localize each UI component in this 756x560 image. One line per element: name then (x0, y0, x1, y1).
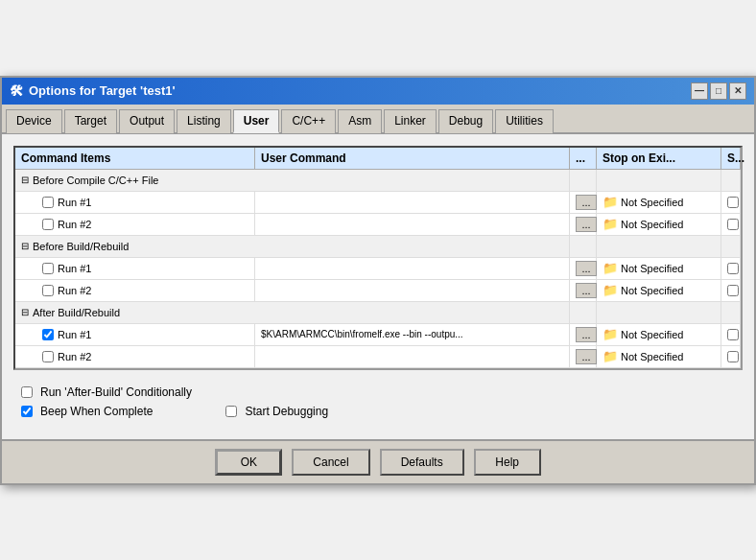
run1-not-specified-before-build: 📁 Not Specified (597, 258, 721, 279)
dialog-window: 🛠 Options for Target 'test1' — □ ✕ Devic… (0, 76, 756, 485)
run1-cmd-input-before-compile[interactable] (261, 197, 563, 208)
section-label-before-compile: ⊟ Before Compile C/C++ File (15, 173, 255, 188)
run1-ellipsis-before-build[interactable]: ... (570, 258, 597, 279)
run2-cmd-input-after-build[interactable] (261, 351, 563, 362)
run2-cmd-before-compile[interactable] (255, 214, 570, 235)
dialog-icon: 🛠 (10, 83, 23, 99)
run1-browse-btn-before-build[interactable]: ... (576, 261, 597, 276)
run1-cmd-after-build[interactable]: $K\ARM\ARMCC\bin\fromelf.exe --bin --out… (255, 324, 570, 345)
section-cmd-after-build (255, 302, 570, 323)
expand-icon-before-build[interactable]: ⊟ (21, 241, 29, 251)
maximize-button[interactable]: □ (710, 82, 727, 100)
folder-icon: 📁 (602, 261, 618, 275)
run2-checkbox-before-compile[interactable] (42, 219, 54, 230)
tab-utilities[interactable]: Utilities (495, 109, 554, 133)
tab-debug[interactable]: Debug (438, 109, 493, 133)
run1-stop-checkbox-before-build[interactable] (727, 263, 739, 274)
run1-stop-checkbox-before-compile[interactable] (727, 197, 739, 208)
run2-checkbox-after-build[interactable] (42, 351, 54, 362)
tab-content: Command Items User Command ... Stop on E… (2, 134, 754, 439)
col-header-command-items: Command Items (15, 148, 255, 169)
run1-browse-btn-before-compile[interactable]: ... (576, 195, 597, 210)
minimize-button[interactable]: — (691, 82, 708, 100)
section-title-before-build: Before Build/Rebuild (33, 241, 129, 252)
help-button[interactable]: Help (474, 449, 541, 476)
section-s-before-build (721, 236, 741, 257)
run2-ellipsis-before-build[interactable]: ... (570, 280, 597, 301)
section-cmd-before-build (255, 236, 570, 257)
section-cmd-before-compile (255, 170, 570, 191)
run1-cmd-text-after-build: $K\ARM\ARMCC\bin\fromelf.exe --bin --out… (261, 329, 463, 339)
expand-icon-after-build[interactable]: ⊟ (21, 307, 29, 317)
run1-stop-after-build[interactable] (721, 324, 741, 345)
run2-cmd-before-build[interactable] (255, 280, 570, 301)
run2-stop-checkbox-before-compile[interactable] (727, 219, 739, 230)
section-before-build: ⊟ Before Build/Rebuild (15, 236, 741, 258)
run1-ellipsis-before-compile[interactable]: ... (570, 192, 597, 213)
run1-checkbox-after-build[interactable] (42, 329, 54, 340)
run1-not-specified-after-build: 📁 Not Specified (597, 324, 721, 345)
run2-not-specified-after-build: 📁 Not Specified (597, 346, 721, 367)
folder-icon: 📁 (602, 195, 618, 209)
run2-browse-btn-before-build[interactable]: ... (576, 283, 597, 298)
table-row: Run #1 ... 📁 Not Specified (15, 258, 741, 280)
run2-label-before-compile: Run #2 (15, 214, 255, 235)
run-after-build-label: Run 'After-Build' Conditionally (40, 385, 192, 399)
run2-stop-checkbox-after-build[interactable] (727, 351, 739, 362)
run1-cmd-before-build[interactable] (255, 258, 570, 279)
table-row: Run #1 ... 📁 Not Specified (15, 192, 741, 214)
start-debugging-checkbox[interactable] (225, 406, 237, 417)
run1-cmd-input-before-build[interactable] (261, 263, 563, 274)
run-after-build-row: Run 'After-Build' Conditionally (21, 385, 735, 399)
run1-cmd-before-compile[interactable] (255, 192, 570, 213)
section-title-before-compile: Before Compile C/C++ File (33, 175, 158, 186)
section-label-before-build: ⊟ Before Build/Rebuild (15, 239, 255, 254)
run1-browse-btn-after-build[interactable]: ... (576, 327, 597, 342)
dialog-title: Options for Target 'test1' (29, 83, 176, 98)
run2-cmd-input-before-compile[interactable] (261, 219, 563, 230)
run1-stop-before-build[interactable] (721, 258, 741, 279)
tab-linker[interactable]: Linker (384, 109, 437, 133)
folder-icon: 📁 (602, 349, 618, 363)
run2-browse-btn-before-compile[interactable]: ... (576, 217, 597, 232)
close-button[interactable]: ✕ (729, 82, 746, 100)
run2-checkbox-before-build[interactable] (42, 285, 54, 296)
table-header-row: Command Items User Command ... Stop on E… (15, 148, 741, 170)
run2-ellipsis-after-build[interactable]: ... (570, 346, 597, 367)
tab-cpp[interactable]: C/C++ (281, 109, 336, 133)
run-after-build-checkbox[interactable] (21, 386, 33, 398)
section-stop-after-build (597, 302, 721, 323)
run2-ellipsis-before-compile[interactable]: ... (570, 214, 597, 235)
tab-asm[interactable]: Asm (338, 109, 382, 133)
run1-ellipsis-after-build[interactable]: ... (570, 324, 597, 345)
run1-stop-before-compile[interactable] (721, 192, 741, 213)
expand-icon-before-compile[interactable]: ⊟ (21, 175, 29, 185)
run1-checkbox-before-build[interactable] (42, 263, 54, 274)
run2-cmd-after-build[interactable] (255, 346, 570, 367)
tab-output[interactable]: Output (119, 109, 175, 133)
ok-button[interactable]: OK (215, 449, 282, 476)
tab-bar: Device Target Output Listing User C/C++ … (2, 105, 754, 134)
cancel-button[interactable]: Cancel (292, 449, 369, 476)
bottom-options: Run 'After-Build' Conditionally Beep Whe… (13, 382, 743, 428)
run2-cmd-input-before-build[interactable] (261, 285, 563, 296)
col-header-user-command: User Command (255, 148, 570, 169)
run1-checkbox-before-compile[interactable] (42, 197, 54, 208)
tab-device[interactable]: Device (6, 109, 62, 133)
tab-target[interactable]: Target (64, 109, 117, 133)
run2-stop-after-build[interactable] (721, 346, 741, 367)
run2-stop-before-build[interactable] (721, 280, 741, 301)
table-row: Run #2 ... 📁 Not Specified (15, 346, 741, 368)
run1-label-before-compile: Run #1 (15, 192, 255, 213)
beep-when-complete-checkbox[interactable] (21, 406, 33, 417)
commands-table: Command Items User Command ... Stop on E… (13, 146, 743, 370)
table-row: Run #2 ... 📁 Not Specified (15, 280, 741, 302)
tab-listing[interactable]: Listing (177, 109, 231, 133)
col-header-s: S... (721, 148, 741, 169)
run1-stop-checkbox-after-build[interactable] (727, 329, 739, 340)
run2-browse-btn-after-build[interactable]: ... (576, 349, 597, 364)
tab-user[interactable]: User (233, 109, 280, 133)
defaults-button[interactable]: Defaults (380, 449, 464, 476)
run2-stop-before-compile[interactable] (721, 214, 741, 235)
run2-stop-checkbox-before-build[interactable] (727, 285, 739, 296)
